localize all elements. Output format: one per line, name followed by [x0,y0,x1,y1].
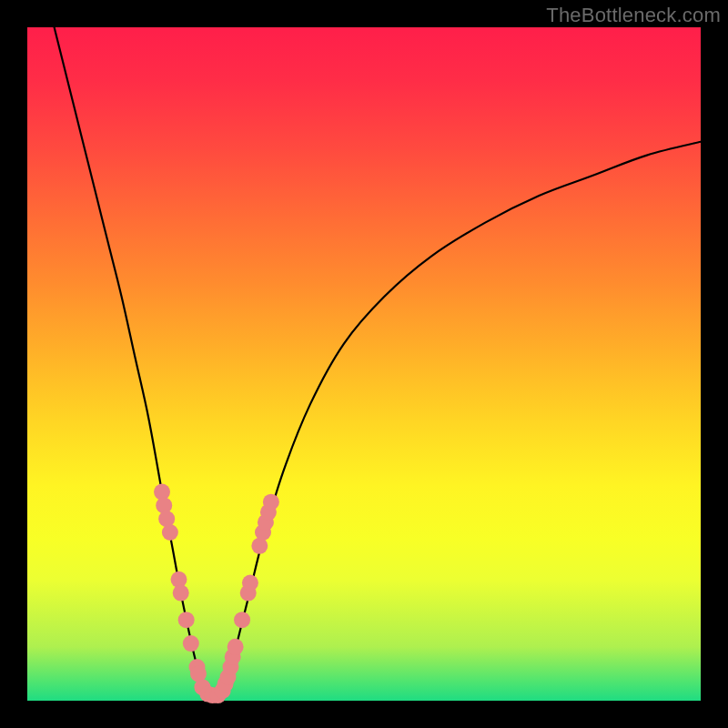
watermark-text: TheBottleneck.com [546,4,721,27]
chart-frame: TheBottleneck.com [0,0,728,728]
marker-dot [162,524,178,541]
chart-overlay [27,27,701,701]
marker-dot [178,612,195,628]
highlight-markers [154,484,279,703]
marker-dot [234,612,250,628]
marker-dot [242,575,258,592]
marker-dot [228,639,244,655]
marker-dot [263,494,279,511]
marker-dot [183,635,199,652]
marker-dot [156,497,172,513]
marker-dot [173,585,189,602]
chart-plot-area [27,27,701,701]
curve-right [223,142,701,694]
